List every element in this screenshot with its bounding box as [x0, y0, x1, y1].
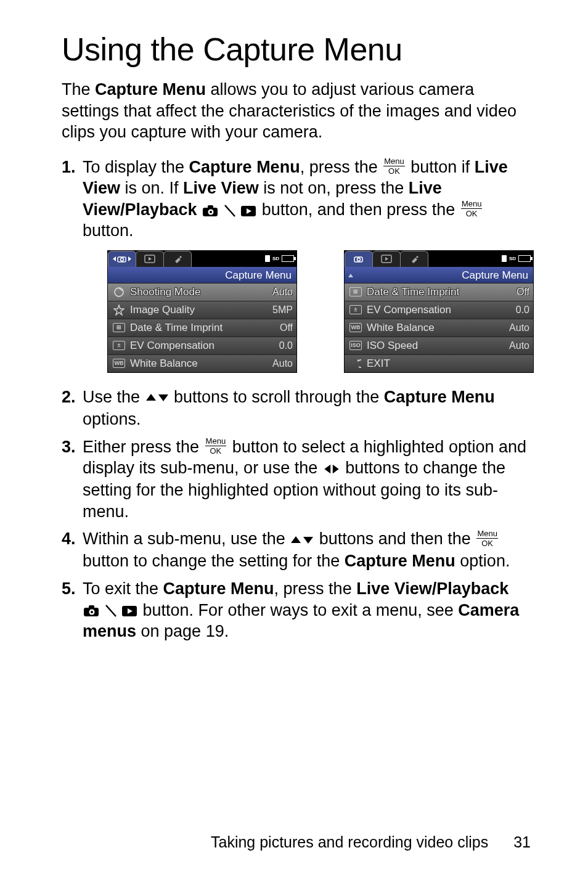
menu-row-iso: ISO ISO Speed Auto — [345, 337, 533, 354]
ok-label: OK — [466, 209, 478, 218]
text: is not on, press the — [259, 179, 409, 197]
scroll-up-icon — [347, 269, 354, 282]
row-label: EV Compensation — [130, 339, 276, 353]
bold: Live View/Playback — [356, 579, 508, 598]
svg-marker-7 — [113, 256, 116, 261]
row-label: White Balance — [367, 321, 505, 335]
step-3: Either press the MenuOK button to select… — [62, 436, 536, 523]
text: To display the — [83, 158, 189, 176]
svg-marker-10 — [128, 256, 131, 261]
row-value: Off — [280, 322, 293, 334]
menu-title-bar: Capture Menu — [345, 267, 533, 283]
tab-bar: SD — [108, 251, 296, 267]
text: , press the — [274, 579, 357, 598]
menu-row-date-time: ⊞ Date & Time Imprint Off — [108, 319, 296, 337]
text: option. — [455, 552, 510, 570]
svg-marker-25 — [333, 464, 339, 473]
tab-camera — [108, 251, 136, 267]
svg-point-3 — [210, 211, 212, 213]
tab-bar: SD — [345, 251, 533, 267]
menu-row-exit: EXIT — [345, 354, 533, 372]
step-5: To exit the Capture Menu, press the Live… — [62, 578, 536, 642]
text: buttons to scroll through the — [169, 388, 384, 406]
menu-ok-icon: MenuOK — [383, 157, 405, 175]
menu-row-date-time: ⊞ Date & Time Imprint Off — [345, 283, 533, 301]
battery-icon — [282, 255, 294, 262]
menu-label: Menu — [383, 157, 405, 166]
menu-title-bar: Capture Menu — [108, 267, 296, 283]
row-value: 0.0 — [279, 340, 293, 352]
row-label: ISO Speed — [367, 339, 505, 353]
menu-row-ev-comp: ± EV Compensation 0.0 — [108, 337, 296, 354]
up-down-arrows-icon — [290, 529, 314, 551]
intro-bold: Capture Menu — [95, 80, 206, 99]
svg-marker-26 — [291, 536, 301, 543]
battery-icon — [518, 255, 531, 262]
text: Within a sub-menu, use the — [83, 529, 290, 548]
menu-title: Capture Menu — [354, 269, 528, 282]
step-4: Within a sub-menu, use the buttons and t… — [62, 528, 536, 572]
svg-point-9 — [121, 258, 124, 261]
svg-marker-22 — [146, 394, 156, 401]
text: button, and then press the — [257, 200, 460, 219]
left-right-arrows-icon — [322, 459, 341, 480]
tab-camera — [345, 251, 373, 267]
screenshots-container: SD Capture Menu Shooting Mode Auto Image… — [107, 250, 536, 373]
svg-marker-15 — [114, 305, 124, 315]
tab-setup — [400, 251, 428, 267]
date-imprint-icon: ⊞ — [112, 323, 126, 332]
sd-card-icon — [265, 255, 270, 262]
tab-playback — [136, 251, 164, 267]
exit-icon — [348, 359, 363, 369]
bold: Capture Menu — [163, 579, 274, 598]
text: is on. If — [120, 179, 183, 197]
svg-marker-19 — [385, 257, 388, 261]
row-value: Auto — [272, 357, 293, 370]
menu-row-image-quality: Image Quality 5MP — [108, 301, 296, 319]
shooting-mode-icon — [112, 287, 126, 298]
row-value: Auto — [272, 286, 293, 298]
menu-row-ev-comp: ± EV Compensation 0.0 — [345, 301, 533, 319]
text: , press the — [300, 158, 383, 176]
row-value: 0.0 — [516, 304, 529, 316]
svg-marker-20 — [348, 274, 353, 277]
row-value: 5MP — [272, 304, 293, 316]
text: on page 19. — [136, 622, 229, 640]
sd-card-icon — [502, 255, 507, 262]
status-icons: SD — [502, 251, 533, 267]
svg-marker-12 — [149, 257, 152, 261]
capture-menu-screenshot-2: SD Capture Menu ⊞ Date & Time Imprint Of… — [344, 250, 534, 373]
text: button. For other ways to exit a menu, s… — [138, 601, 458, 619]
ok-label: OK — [388, 166, 400, 175]
menu-ok-icon: MenuOK — [461, 200, 483, 218]
text: button. — [83, 221, 134, 240]
iso-icon: ISO — [348, 341, 363, 350]
menu-title: Capture Menu — [108, 269, 292, 282]
ok-label: OK — [210, 446, 221, 455]
ev-icon: ± — [348, 305, 363, 314]
row-label: EV Compensation — [367, 303, 512, 317]
svg-point-31 — [91, 611, 93, 613]
status-icons: SD — [265, 251, 296, 267]
up-down-arrows-icon — [145, 387, 169, 409]
tab-playback — [372, 251, 401, 267]
intro-paragraph: The Capture Menu allows you to adjust va… — [62, 79, 536, 143]
steps-list: To display the Capture Menu, press the M… — [62, 157, 536, 648]
row-label: Date & Time Imprint — [367, 285, 513, 299]
row-label: Shooting Mode — [130, 285, 269, 299]
text: Use the — [83, 388, 145, 406]
wb-icon: WB — [348, 323, 363, 332]
bold: Capture Menu — [345, 552, 455, 570]
menu-ok-icon: MenuOK — [476, 529, 498, 547]
menu-label: Menu — [476, 529, 498, 539]
menu-label: Menu — [461, 200, 483, 209]
ok-label: OK — [481, 539, 493, 547]
bold: Capture Menu — [189, 158, 300, 176]
bold: Capture Menu — [384, 388, 495, 406]
svg-rect-29 — [89, 605, 94, 610]
text: buttons and then the — [314, 529, 475, 548]
sd-label: SD — [509, 256, 516, 262]
text: button to change the setting for the — [83, 552, 345, 570]
row-label: Date & Time Imprint — [130, 321, 276, 335]
row-value: Off — [517, 286, 529, 298]
